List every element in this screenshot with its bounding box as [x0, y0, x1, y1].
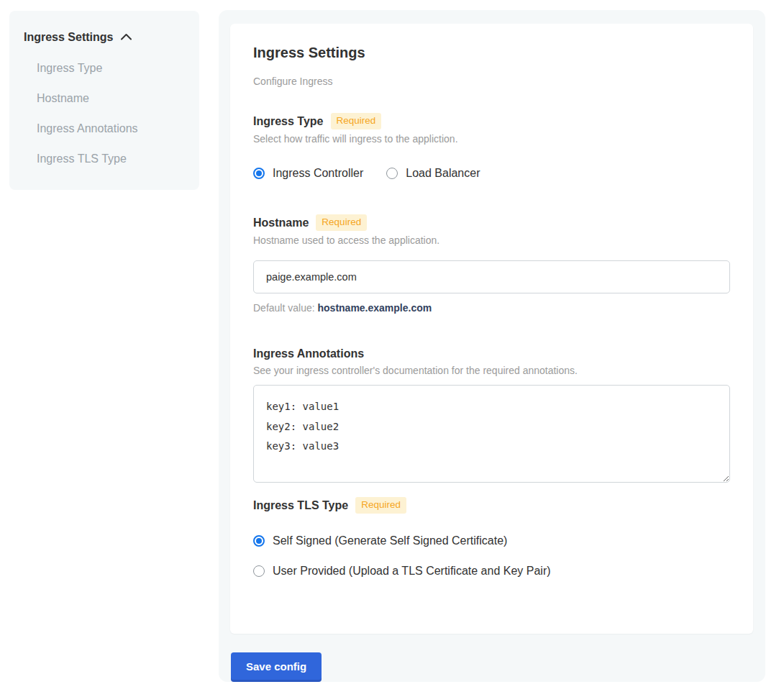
page-title: Ingress Settings	[253, 44, 730, 61]
radio-unselected-icon[interactable]	[386, 168, 398, 179]
radio-unselected-icon[interactable]	[253, 565, 265, 577]
config-nav-sidebar: Ingress Settings Ingress Type Hostname I…	[9, 11, 199, 190]
hostname-input[interactable]	[253, 260, 730, 293]
sidebar-item-list: Ingress Type Hostname Ingress Annotation…	[24, 61, 185, 166]
section-ingress-annotations: Ingress Annotations See your ingress con…	[253, 347, 730, 483]
radio-label: User Provided (Upload a TLS Certificate …	[273, 564, 551, 578]
sidebar-item-hostname[interactable]: Hostname	[24, 91, 185, 106]
config-main-panel: Ingress Settings Configure Ingress Ingre…	[219, 10, 765, 682]
ingress-annotations-textarea[interactable]: key1: value1 key2: value2 key3: value3	[253, 385, 730, 483]
sidebar-item-ingress-annotations[interactable]: Ingress Annotations	[24, 122, 185, 136]
sidebar-group-ingress-settings[interactable]: Ingress Settings	[24, 31, 185, 44]
hostname-description: Hostname used to access the application.	[253, 234, 730, 247]
radio-option-self-signed[interactable]: Self Signed (Generate Self Signed Certif…	[253, 534, 730, 547]
sidebar-item-ingress-type[interactable]: Ingress Type	[24, 61, 185, 76]
ingress-annotations-label: Ingress Annotations	[253, 347, 364, 361]
required-badge: Required	[355, 497, 406, 514]
radio-label: Self Signed (Generate Self Signed Certif…	[273, 534, 507, 547]
page-subtitle: Configure Ingress	[253, 76, 730, 88]
radio-option-load-balancer[interactable]: Load Balancer	[386, 166, 480, 180]
ingress-tls-radio-group: Self Signed (Generate Self Signed Certif…	[253, 534, 730, 578]
radio-selected-icon[interactable]	[253, 535, 265, 547]
sidebar-item-ingress-tls-type[interactable]: Ingress TLS Type	[24, 152, 185, 166]
radio-option-ingress-controller[interactable]: Ingress Controller	[253, 166, 363, 180]
required-badge: Required	[331, 113, 382, 129]
section-hostname: Hostname Required Hostname used to acces…	[253, 214, 730, 314]
section-ingress-type: Ingress Type Required Select how traffic…	[253, 113, 730, 180]
radio-option-user-provided[interactable]: User Provided (Upload a TLS Certificate …	[253, 564, 730, 578]
ingress-tls-type-label: Ingress TLS Type	[253, 498, 348, 513]
ingress-annotations-description: See your ingress controller's documentat…	[253, 364, 730, 378]
ingress-type-radio-group: Ingress Controller Load Balancer	[253, 166, 730, 180]
ingress-type-description: Select how traffic will ingress to the a…	[253, 132, 730, 146]
sidebar-group-label: Ingress Settings	[24, 31, 113, 44]
radio-label: Ingress Controller	[273, 166, 363, 180]
ingress-type-label: Ingress Type	[253, 114, 324, 129]
chevron-up-icon	[120, 31, 132, 44]
section-ingress-tls-type: Ingress TLS Type Required Self Signed (G…	[253, 497, 730, 578]
radio-label: Load Balancer	[406, 166, 480, 180]
hostname-label: Hostname	[253, 216, 309, 230]
radio-selected-icon[interactable]	[253, 168, 265, 179]
config-group-card: Ingress Settings Configure Ingress Ingre…	[230, 24, 753, 634]
save-config-button[interactable]: Save config	[231, 652, 322, 680]
default-value-label: Default value:	[253, 302, 318, 314]
required-badge: Required	[316, 214, 367, 231]
hostname-default-value: Default value: hostname.example.com	[253, 302, 730, 314]
default-value-text: hostname.example.com	[318, 302, 432, 314]
